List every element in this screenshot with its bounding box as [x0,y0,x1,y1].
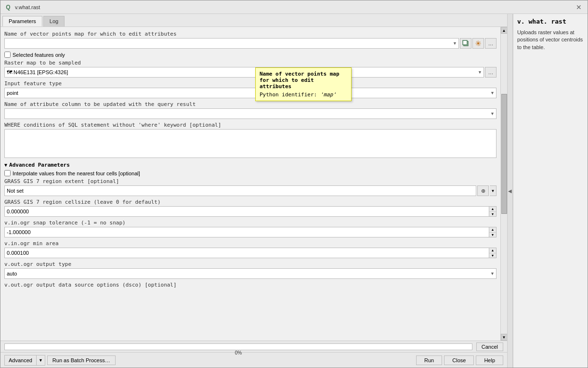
attribute-column-row: ▼ [4,108,497,119]
min-area-down-btn[interactable]: ▼ [489,253,496,258]
region-extent-dropdown-btn[interactable]: ▼ [490,185,497,196]
advanced-section-header: ▼ Advanced Parameters [4,162,497,168]
close-dialog-button[interactable]: Close [444,355,474,365]
progress-label: 0% [5,350,472,356]
region-cellsize-row: ▲ ▼ [4,206,497,217]
attribute-column-select[interactable] [4,108,497,119]
tooltip-python-label: Python identifier: [260,92,317,98]
svg-rect-1 [463,40,467,45]
raster-map-label: Raster map to be sampled [4,60,497,66]
vector-map-settings-btn[interactable] [472,38,484,49]
input-feature-select[interactable]: point centroid [4,88,497,98]
interpolate-row: Interpolate values from the nearest four… [4,170,497,176]
region-extent-row: ⊕ ▼ [4,185,497,196]
tab-parameters[interactable]: Parameters [2,16,42,26]
min-area-spinner: ▲ ▼ [489,248,497,258]
params-area: Name of vector points map for which to e… [0,27,500,341]
output-type-label: v.out.ogr output type [4,261,497,267]
scroll-down-btn[interactable]: ▼ [501,334,508,341]
interpolate-checkbox[interactable] [4,170,11,176]
region-cellsize-label: GRASS GIS 7 region cellsize (leave 0 for… [4,199,497,205]
snap-tolerance-row: ▲ ▼ [4,227,497,237]
input-feature-label: Input feature type [4,80,497,87]
vector-map-select[interactable] [4,38,459,49]
left-panel: Parameters Log Name of vector points map… [0,14,507,368]
input-feature-row: point centroid ▼ [4,88,497,98]
dsco-group: v.out.ogr output data source options (ds… [4,282,497,288]
target-icon: ⊕ [481,188,485,194]
vector-map-select-wrapper: ▼ [4,38,459,49]
raster-more-icon: … [488,69,494,75]
attribute-column-select-wrapper: ▼ [4,108,497,119]
tooltip-title: Name of vector points map for which to e… [260,71,347,90]
progress-bar: 0% [4,343,472,350]
vertical-scrollbar[interactable]: ▲ ▼ [500,27,507,341]
region-extent-label: GRASS GIS 7 region extent [optional] [4,178,497,184]
region-cellsize-group: GRASS GIS 7 region cellsize (leave 0 for… [4,199,497,217]
progress-area: 0% Cancel [0,341,507,352]
snap-up-btn[interactable]: ▲ [489,227,496,233]
help-button[interactable]: Help [476,355,503,365]
batch-process-button[interactable]: Run as Batch Process… [47,355,116,365]
min-area-group: v.in.ogr min area ▲ ▼ [4,240,497,258]
raster-map-select[interactable]: 🗺 N46E131 [EPSG:4326] [4,67,484,78]
region-cellsize-up-btn[interactable]: ▲ [489,207,496,212]
interpolate-label: Interpolate values from the nearest four… [13,171,140,176]
advanced-dropdown-btn[interactable]: ▼ [37,356,45,364]
cancel-button[interactable]: Cancel [476,342,503,351]
output-type-row: auto ▼ [4,268,497,279]
scroll-up-btn[interactable]: ▲ [501,27,508,34]
run-button[interactable]: Run [416,355,442,365]
toggle-icon: ◀ [508,188,512,194]
vector-map-more-btn[interactable]: … [485,38,497,49]
region-cellsize-spinner: ▲ ▼ [489,206,497,217]
right-panel: v. what. rast Uploads raster values at p… [513,14,588,368]
region-extent-target-btn[interactable]: ⊕ [477,185,489,196]
snap-tolerance-spinner: ▲ ▼ [489,227,497,237]
selected-features-label: Selected features only [13,52,65,58]
region-cellsize-input[interactable] [4,206,489,217]
raster-map-more-btn[interactable]: … [485,67,497,78]
advanced-section-label: Advanced Parameters [9,162,70,168]
raster-map-select-wrapper: 🗺 N46E131 [EPSG:4326] ▼ [4,67,484,78]
region-cellsize-down-btn[interactable]: ▼ [489,212,496,217]
where-label: WHERE conditions of SQL statement withou… [4,122,497,128]
close-button[interactable]: ✕ [574,2,584,12]
input-feature-group: Input feature type point centroid ▼ [4,80,497,98]
advanced-toggle-icon[interactable]: ▼ [4,162,7,168]
dsco-label: v.out.ogr output data source options (ds… [4,282,497,288]
output-type-select-wrapper: auto ▼ [4,268,497,279]
main-window: Q v.what.rast ✕ Parameters Log Name of v… [0,0,588,368]
snap-down-btn[interactable]: ▼ [489,233,496,237]
where-textarea[interactable] [4,129,497,158]
vector-map-group: Name of vector points map for which to e… [4,31,497,49]
scroll-thumb[interactable] [501,94,507,214]
output-type-group: v.out.ogr output type auto ▼ [4,261,497,279]
advanced-btn-group: Advanced ▼ [4,355,45,366]
attribute-column-group: Name of attribute column to be updated w… [4,101,497,119]
snap-tolerance-group: v.in.ogr snap tolerance (-1 = no snap) ▲… [4,220,497,237]
snap-tolerance-input[interactable] [4,227,489,237]
region-extent-input[interactable] [4,185,476,196]
input-feature-select-wrapper: point centroid ▼ [4,88,497,98]
output-type-select[interactable]: auto [4,268,497,279]
snap-tolerance-label: v.in.ogr snap tolerance (-1 = no snap) [4,220,497,226]
more-icon: … [488,40,494,46]
selected-features-checkbox[interactable] [4,52,11,58]
min-area-row: ▲ ▼ [4,248,497,258]
tooltip-python-value: 'map' [320,92,336,98]
tab-bar: Parameters Log [0,14,507,27]
selected-features-row: Selected features only [4,52,497,58]
tab-log[interactable]: Log [43,16,65,26]
raster-map-group: Raster map to be sampled 🗺 N46E131 [EPSG… [4,60,497,78]
vector-map-copy-btn[interactable] [460,38,471,49]
min-area-up-btn[interactable]: ▲ [489,248,496,253]
title-bar: Q v.what.rast ✕ [0,0,588,14]
vector-map-label: Name of vector points map for which to e… [4,31,497,37]
min-area-input[interactable] [4,248,489,258]
right-panel-toggle[interactable]: ◀ [507,14,513,368]
min-area-label: v.in.ogr min area [4,240,497,247]
app-icon: Q [4,3,12,11]
raster-map-row: 🗺 N46E131 [EPSG:4326] ▼ … [4,67,497,78]
advanced-button[interactable]: Advanced [5,356,36,365]
